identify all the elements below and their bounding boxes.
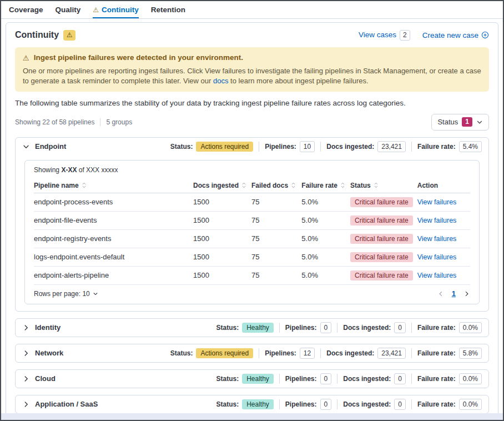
chevron-right-icon[interactable] [22,324,30,332]
table-showing-text: Showing X-XX of XXX xxxxx [34,166,470,174]
divider [411,348,412,358]
tab-retention[interactable]: Retention [151,1,185,18]
next-page-button[interactable] [463,290,470,297]
showing-suffix: of XXX xxxxx [77,166,118,174]
group-header-application-saas[interactable]: Application / SaaS Status:Healthy Pipeli… [16,395,488,413]
view-failures-link[interactable]: View failures [417,253,457,261]
rows-per-page-button[interactable]: Rows per page: 10 [34,288,98,299]
failure-rate-value: 0.0% [459,322,482,333]
view-cases-link[interactable]: View cases2 [359,30,410,41]
panel-header: Continuity ⚠ View cases2 Create new case [15,29,489,41]
group-header-identity[interactable]: Identity Status:Healthy Pipelines:0 Docs… [16,319,488,337]
chevron-right-icon[interactable] [22,400,30,408]
stat-label-status: Status: [170,143,193,151]
table-row: endpoint-alerts-pipeline 1500 75 5.0% Cr… [34,266,470,284]
column-header-status[interactable]: Status [350,178,417,193]
app-window: Coverage Quality ⚠ Continuity Retention … [0,0,504,421]
docs-ingested-value: 23,421 [377,141,406,152]
group-header-endpoint[interactable]: Endpoint Status:Actions required Pipelin… [16,138,488,156]
failed-docs-cell: 75 [251,193,301,211]
group-stats: Status:Healthy Pipelines:0 Docs ingested… [216,399,482,410]
status-cell: Critical failure rate [350,193,417,211]
tab-label: Quality [56,6,81,14]
page-1-button[interactable]: 1 [452,289,456,298]
status-cell: Critical failure rate [350,248,417,266]
divider [279,374,280,384]
tab-coverage[interactable]: Coverage [9,1,43,18]
group-stats: Status:Healthy Pipelines:0 Docs ingested… [216,373,482,384]
failure-rate-cell: 5.0% [301,266,350,284]
tab-label: Coverage [9,6,43,14]
showing-range: X-XX [61,166,77,174]
failure-rate-cell: 5.0% [301,193,350,211]
failure-rate-cell: 5.0% [301,229,350,248]
view-failures-link[interactable]: View failures [417,235,457,243]
warning-icon: ⚠ [93,7,99,13]
callout-title-text: Ingest pipeline failures were detected i… [34,53,243,63]
group-application-saas: Application / SaaS Status:Healthy Pipeli… [15,395,489,414]
divider [259,142,259,152]
pipelines-value: 0 [320,373,332,384]
create-new-case-link[interactable]: Create new case [422,31,489,39]
group-endpoint: Endpoint Status:Actions required Pipelin… [15,137,489,312]
divider [411,323,412,333]
status-badge: Critical failure rate [350,197,413,207]
view-failures-link[interactable]: View failures [417,272,457,279]
tab-quality[interactable]: Quality [56,1,81,18]
group-header-network[interactable]: Network Status:Actions required Pipeline… [16,344,488,362]
divider [411,142,412,152]
status-badge: Healthy [242,323,274,333]
stat-label-status: Status: [170,349,193,357]
pipelines-value: 0 [320,399,332,410]
view-failures-link[interactable]: View failures [417,198,457,206]
view-failures-link[interactable]: View failures [417,217,457,224]
divider [337,399,337,409]
divider [279,323,280,333]
column-header-pipeline-name[interactable]: Pipeline name [34,178,193,193]
view-cases-count-badge: 2 [400,30,410,41]
chevron-right-icon[interactable] [22,375,30,383]
previous-page-button[interactable] [437,290,444,297]
group-stats: Status:Actions required Pipelines:12 Doc… [170,348,482,359]
chevron-right-icon[interactable] [22,349,30,357]
tab-continuity[interactable]: ⚠ Continuity [93,1,139,18]
docs-ingested-cell: 1500 [193,266,251,284]
column-header-docs-ingested[interactable]: Docs ingested [193,178,251,193]
group-header-cloud[interactable]: Cloud Status:Healthy Pipelines:0 Docs in… [16,370,488,388]
showing-prefix: Showing [34,166,61,174]
plus-circle-icon [481,31,489,39]
chevron-down-icon[interactable] [22,143,30,151]
sort-icon [340,182,346,188]
failure-rate-value: 0.0% [459,373,482,384]
status-cell: Critical failure rate [350,266,417,284]
pipeline-name-cell: logs-endpoint.events-default [34,248,193,266]
pipeline-name-cell: endpoint-process-events [34,193,193,211]
divider [337,374,337,384]
page-bottom-strip [1,413,503,420]
divider [320,142,321,152]
table-row: endpoint-file-events 1500 75 5.0% Critic… [34,211,470,229]
stat-label-failure-rate: Failure rate: [417,324,456,332]
action-cell: View failures [417,211,470,229]
stat-label-pipelines: Pipelines: [285,400,317,408]
stat-label-pipelines: Pipelines: [265,143,296,151]
stat-label-docs-ingested: Docs ingested: [326,349,374,357]
page-title: Continuity [15,29,59,41]
failed-docs-cell: 75 [251,211,301,229]
divider [259,348,259,358]
tab-label: Continuity [102,6,139,14]
pipelines-table: Pipeline name Docs ingested Failed docs … [34,178,470,285]
docs-ingested-value: 23,421 [377,348,406,359]
status-badge: Critical failure rate [350,215,413,225]
docs-link[interactable]: docs [213,77,228,85]
pipelines-showing-count: Showing 22 of 58 pipelines [15,118,94,126]
stat-label-pipelines: Pipelines: [285,324,317,332]
rows-per-page-label: Rows per page: 10 [34,290,90,298]
column-header-failure-rate[interactable]: Failure rate [301,178,350,193]
callout-text: to learn more about ingest pipeline fail… [228,77,368,85]
group-name: Application / SaaS [35,400,98,408]
status-filter-button[interactable]: Status 1 [431,114,489,131]
divider [320,348,321,358]
column-header-failed-docs[interactable]: Failed docs [251,178,301,193]
stat-label-failure-rate: Failure rate: [417,400,456,408]
